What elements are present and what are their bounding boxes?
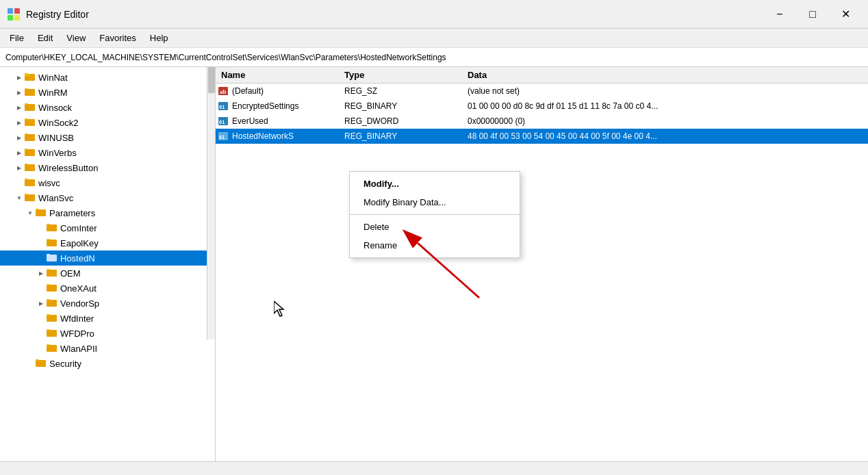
tree-item-wlansvc[interactable]: ▼ WlanSvc <box>0 190 215 205</box>
svg-rect-43 <box>36 360 46 367</box>
menu-view[interactable]: View <box>60 29 92 47</box>
tree-item-cominter[interactable]: ▶ ComInter <box>0 220 215 235</box>
title-bar: Registry Editor − □ ✕ <box>0 0 868 29</box>
folder-icon <box>25 102 36 114</box>
values-header: Name Type Data <box>216 67 868 84</box>
maximize-button[interactable]: □ <box>797 3 828 25</box>
tree-item-parameters[interactable]: ▼ Parameters <box>0 205 215 220</box>
tree-item-winnat[interactable]: ▶ WinNat <box>0 70 215 85</box>
menu-bar: File Edit View Favorites Help <box>0 29 868 48</box>
svg-rect-10 <box>25 103 28 105</box>
svg-rect-36 <box>47 299 50 300</box>
svg-text:01: 01 <box>219 105 225 110</box>
expand-arrow: ▶ <box>14 87 25 98</box>
tree-item-eapolkey[interactable]: ▶ EapolKey <box>0 235 215 251</box>
value-name-default: ab (Default) <box>216 86 339 96</box>
svg-rect-27 <box>47 240 57 246</box>
tree-item-vendorsp[interactable]: ▶ VendorSp <box>0 296 215 311</box>
folder-icon <box>47 253 58 264</box>
folder-icon <box>25 147 36 159</box>
svg-rect-20 <box>25 179 28 180</box>
svg-text:ab: ab <box>220 88 227 95</box>
folder-icon <box>25 132 36 144</box>
ab-icon: ab <box>218 86 229 96</box>
svg-text:01: 01 <box>219 135 225 140</box>
svg-rect-39 <box>47 330 57 337</box>
svg-rect-16 <box>25 149 28 150</box>
svg-rect-32 <box>47 269 50 270</box>
tree-item-security[interactable]: ▶ Security <box>0 356 215 371</box>
tree-item-wfdpro[interactable]: ▶ WFDPro <box>0 326 215 341</box>
close-button[interactable]: ✕ <box>830 3 861 25</box>
expand-arrow: ▶ <box>14 162 25 173</box>
tree-item-winrm[interactable]: ▶ WinRM <box>0 85 215 100</box>
tree-item-wfdinter[interactable]: ▶ WfdInter <box>0 311 215 326</box>
folder-icon <box>25 177 36 189</box>
minimize-button[interactable]: − <box>764 3 795 25</box>
svg-rect-8 <box>25 88 28 90</box>
value-row-everused[interactable]: 01 EverUsed REG_DWORD 0x00000000 (0) <box>216 114 868 129</box>
tree-item-onexaut[interactable]: ▶ OneXAut <box>0 281 215 296</box>
expand-arrow: ▶ <box>14 147 25 158</box>
context-menu-modify-binary[interactable]: Modify Binary Data... <box>350 193 520 211</box>
expand-arrow: ▶ <box>14 132 25 143</box>
svg-rect-1 <box>14 8 20 14</box>
folder-icon <box>47 298 58 309</box>
menu-help[interactable]: Help <box>143 29 175 47</box>
svg-rect-25 <box>47 224 57 231</box>
context-menu-modify[interactable]: Modify... <box>350 175 520 193</box>
value-row-default[interactable]: ab (Default) REG_SZ (value not set) <box>216 84 868 99</box>
dword-icon: 01 <box>218 116 229 126</box>
menu-file[interactable]: File <box>3 29 31 47</box>
svg-rect-44 <box>36 359 39 361</box>
svg-rect-12 <box>25 118 28 120</box>
value-row-hostednetworks[interactable]: 01 HostedNetworkS REG_BINARY 48 00 4f 00… <box>216 129 868 144</box>
svg-rect-29 <box>47 255 57 261</box>
folder-icon <box>25 72 36 84</box>
svg-rect-35 <box>47 300 57 307</box>
window-controls: − □ ✕ <box>764 3 861 25</box>
tree-item-winverbs[interactable]: ▶ WinVerbs <box>0 145 215 160</box>
folder-icon <box>25 192 36 204</box>
col-header-type: Type <box>339 70 462 80</box>
tree-item-winusb[interactable]: ▶ WINUSB <box>0 130 215 145</box>
tree-panel: ▶ WinNat ▶ WinRM ▶ Winsock ▶ <box>0 67 216 461</box>
svg-rect-9 <box>25 104 35 111</box>
tree-item-winsock[interactable]: ▶ Winsock <box>0 100 215 115</box>
value-row-encryptedsettings[interactable]: 01 EncryptedSettings REG_BINARY 01 00 00… <box>216 99 868 114</box>
svg-rect-37 <box>47 315 57 322</box>
svg-rect-21 <box>25 194 35 201</box>
menu-edit[interactable]: Edit <box>31 29 60 47</box>
svg-rect-17 <box>25 164 35 171</box>
folder-icon <box>47 268 58 279</box>
expand-arrow: ▶ <box>14 117 25 128</box>
tree-item-wisvc[interactable]: ▶ wisvc <box>0 175 215 190</box>
folder-icon <box>47 343 58 355</box>
svg-rect-0 <box>8 8 13 14</box>
tree-item-oem[interactable]: ▶ OEM <box>0 266 215 281</box>
svg-rect-19 <box>25 179 35 186</box>
tree-item-hostedn[interactable]: ▶ HostedN <box>0 251 215 266</box>
folder-icon <box>36 207 47 219</box>
binary-icon-2: 01 <box>218 131 229 141</box>
menu-favorites[interactable]: Favorites <box>92 29 142 47</box>
svg-rect-15 <box>25 149 35 156</box>
svg-text:01: 01 <box>219 120 225 125</box>
context-menu-rename[interactable]: Rename <box>350 236 520 255</box>
app-icon <box>7 8 21 21</box>
svg-rect-18 <box>25 164 28 165</box>
svg-rect-14 <box>25 133 28 135</box>
folder-icon <box>47 283 58 294</box>
tree-item-winsock2[interactable]: ▶ WinSock2 <box>0 115 215 130</box>
tree-item-wirelessbutton[interactable]: ▶ WirelessButton <box>0 160 215 175</box>
folder-icon <box>47 313 58 324</box>
svg-rect-30 <box>47 254 50 255</box>
value-name-encryptedsettings: 01 EncryptedSettings <box>216 101 339 111</box>
values-panel: Name Type Data ab (Default) REG_SZ (valu… <box>216 67 868 461</box>
folder-icon <box>47 238 58 249</box>
tree-item-wlanapii[interactable]: ▶ WlanAPII <box>0 341 215 356</box>
folder-icon <box>25 87 36 99</box>
context-menu-delete[interactable]: Delete <box>350 218 520 236</box>
expand-arrow: ▶ <box>36 298 47 309</box>
svg-rect-7 <box>25 89 35 96</box>
